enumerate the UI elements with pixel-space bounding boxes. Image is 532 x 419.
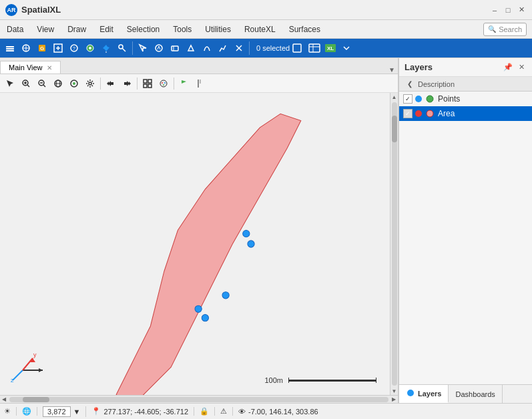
map-tb-zoom-out[interactable] (35, 76, 49, 91)
svg-rect-43 (148, 84, 152, 88)
map-tb-settings[interactable] (83, 76, 97, 91)
tab-collapse-btn[interactable]: ▼ (388, 66, 398, 74)
menu-utilities[interactable]: Utilities (198, 22, 238, 37)
status-globe: 🌐 (22, 407, 37, 416)
menu-tools[interactable]: Tools (166, 22, 198, 37)
close-button[interactable]: ✕ (516, 5, 527, 15)
map-tb-arrow[interactable] (3, 76, 17, 91)
app-logo: AR (5, 4, 17, 16)
map-tb-globe-2[interactable] (67, 76, 81, 91)
svg-text:z: z (11, 377, 14, 384)
map-tb-grid[interactable] (140, 76, 155, 91)
toolbar-btn-3[interactable]: G (35, 41, 49, 55)
toolbar-sep-2 (249, 41, 250, 55)
toolbar-draw-x[interactable] (232, 41, 246, 55)
toolbar-btn-5[interactable]: ? (67, 41, 81, 55)
layer-check-area[interactable]: ✓ (403, 109, 413, 118)
map-tab-close[interactable]: ✕ (47, 64, 52, 72)
toolbar-draw-4[interactable] (184, 41, 198, 55)
svg-point-46 (164, 82, 166, 84)
svg-point-12 (89, 47, 91, 49)
toolbar-btn-1[interactable] (3, 41, 17, 55)
toolbar-draw-2[interactable] (152, 41, 166, 55)
toolbar-draw-1[interactable] (136, 41, 150, 55)
layers-spacer (399, 238, 532, 384)
map-tab-label: Main View (9, 63, 43, 72)
toolbar-btn-pin[interactable] (99, 41, 113, 55)
scale-label: 100m (264, 376, 283, 384)
svg-point-47 (163, 84, 164, 86)
selected-count: 0 selected (256, 44, 290, 52)
map-tb-globe-1[interactable] (51, 76, 65, 91)
toolbar-table-1[interactable] (307, 41, 322, 55)
scroll-right-arrow[interactable]: ▶ (390, 396, 398, 404)
menu-draw[interactable]: Draw (61, 22, 93, 37)
menu-selection[interactable]: Selection (120, 22, 166, 37)
map-tb-cursor[interactable] (193, 76, 208, 91)
map-tb-back[interactable] (103, 76, 118, 91)
svg-text:y: y (33, 352, 37, 358)
map-tb-palette[interactable] (156, 76, 171, 91)
toolbar-btn-2[interactable] (19, 41, 33, 55)
toolbar-draw-5[interactable] (200, 41, 214, 55)
v-scroll-thumb[interactable] (392, 116, 397, 142)
toolbar-sep-1 (132, 41, 133, 55)
menu-surfaces[interactable]: Surfaces (282, 22, 327, 37)
map-tab-main-view[interactable]: Main View ✕ (0, 61, 61, 74)
layers-close-button[interactable]: ✕ (516, 62, 527, 73)
layer-item-points[interactable]: ✓ Points (399, 92, 532, 106)
layers-column-header: ❮ Description (399, 77, 532, 92)
menu-view[interactable]: View (30, 22, 61, 37)
map-canvas[interactable]: 100m z (0, 93, 390, 395)
map-tb-zoom-in[interactable] (19, 76, 33, 91)
status-coords: 277.137; -44.605; -36.712 (103, 408, 188, 416)
toolbar-draw-3[interactable] (168, 41, 182, 55)
vertical-scrollbar[interactable]: ▲ ▼ (390, 93, 398, 395)
layer-icon-points (425, 94, 435, 104)
bottom-tab-dashboards[interactable]: Dashboards (449, 385, 502, 403)
toolbar-btn-6[interactable] (83, 41, 97, 55)
minimize-button[interactable]: – (489, 5, 500, 15)
main-area: Main View ✕ ▼ (0, 57, 532, 403)
menu-data[interactable]: Data (0, 22, 30, 37)
menu-edit[interactable]: Edit (93, 22, 120, 37)
svg-text:G: G (40, 45, 44, 51)
layer-vis-area (415, 110, 422, 117)
maximize-button[interactable]: □ (503, 5, 513, 15)
horizontal-scrollbar[interactable]: ◀ ▶ (0, 395, 398, 403)
layers-collapse-button[interactable]: ❮ (405, 79, 415, 90)
map-tb-forward[interactable] (119, 76, 134, 91)
map-inner: 100m z (0, 93, 398, 395)
map-tab-bar: Main View ✕ ▼ (0, 58, 398, 74)
scale-bar: 100m (264, 376, 376, 384)
scroll-down-arrow[interactable]: ▼ (390, 387, 398, 395)
svg-rect-17 (172, 46, 178, 51)
scroll-left-arrow[interactable]: ◀ (0, 396, 8, 404)
eye-icon: 👁 (238, 408, 246, 416)
search-icon: 🔍 (488, 25, 496, 33)
map-tb-sep-1 (100, 78, 101, 90)
toolbar-dropdown[interactable] (339, 41, 354, 55)
layer-name-points: Points (438, 94, 460, 104)
dropdown-arrow-icon[interactable]: ▼ (73, 408, 81, 416)
layer-check-points[interactable]: ✓ (403, 94, 413, 104)
map-tb-flag[interactable] (177, 76, 192, 91)
search-box[interactable]: 🔍 Search (483, 23, 527, 36)
toolbar-table-2[interactable]: XL (323, 41, 338, 55)
menu-routexl[interactable]: RouteXL (238, 22, 282, 37)
toolbar-btn-7[interactable] (115, 41, 129, 55)
h-scroll-thumb[interactable] (23, 397, 49, 402)
scroll-up-arrow[interactable]: ▲ (390, 93, 398, 101)
bottom-tab-layers[interactable]: Layers (399, 385, 449, 403)
svg-line-28 (27, 85, 29, 87)
selected-badge: 0 selected (252, 43, 306, 53)
toolbar-btn-4[interactable] (51, 41, 65, 55)
svg-rect-2 (6, 50, 14, 51)
v-scroll-track (392, 102, 397, 386)
toolbar-draw-6[interactable] (216, 41, 230, 55)
layer-item-area[interactable]: ✓ Area (399, 106, 532, 121)
svg-point-38 (73, 82, 75, 85)
dashboards-tab-label: Dashboards (455, 390, 495, 398)
status-coords2: -7.00, 146.14, 303.86 (248, 408, 318, 416)
layers-pin-button[interactable]: 📌 (503, 62, 513, 73)
